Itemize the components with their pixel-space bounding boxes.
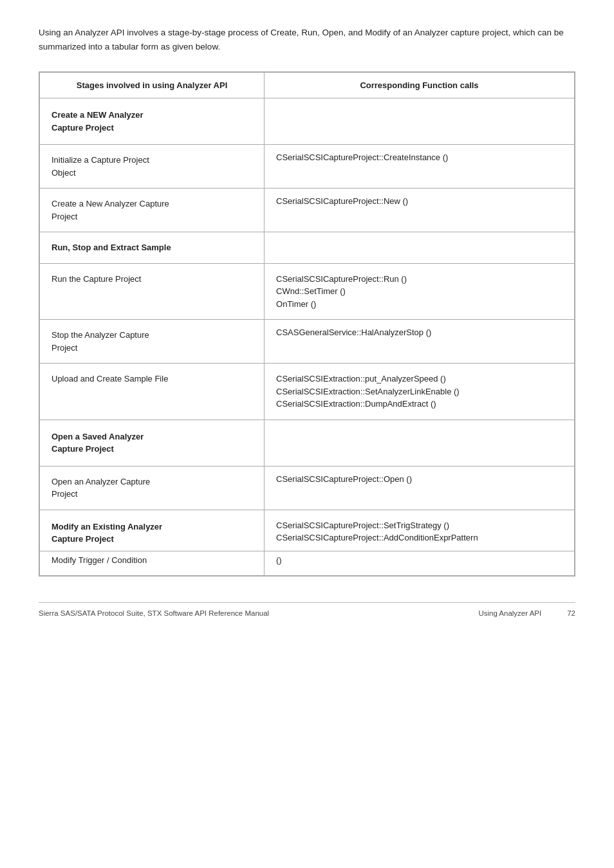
footer-page-number: 72 xyxy=(567,609,575,617)
section-open-header: Open a Saved AnalyzerCapture Project xyxy=(40,420,575,466)
col-header-func: Corresponding Function calls xyxy=(265,73,575,98)
table-row: Open an Analyzer CaptureProject CSerialS… xyxy=(40,466,575,510)
section-run-header: Run, Stop and Extract Sample xyxy=(40,232,575,264)
section-modify-header: Modify an Existing AnalyzerCapture Proje… xyxy=(40,510,575,551)
table-row: Upload and Create Sample File CSerialSCS… xyxy=(40,364,575,420)
footer-right: Using Analyzer API 72 xyxy=(478,609,575,617)
table-row: Initialize a Capture ProjectObject CSeri… xyxy=(40,145,575,189)
footer-section-label: Using Analyzer API xyxy=(478,609,541,617)
table-row: Stop the Analyzer CaptureProject CSASGen… xyxy=(40,320,575,364)
section-create-header: Create a NEW AnalyzerCapture Project xyxy=(40,98,575,145)
table-row: Modify Trigger / Condition () xyxy=(40,551,575,576)
main-table: Stages involved in using Analyzer API Co… xyxy=(39,71,575,577)
footer-left-text: Sierra SAS/SATA Protocol Suite, STX Soft… xyxy=(39,609,478,617)
col-header-stage: Stages involved in using Analyzer API xyxy=(40,73,265,98)
table-row: Create a New Analyzer CaptureProject CSe… xyxy=(40,189,575,232)
page-footer: Sierra SAS/SATA Protocol Suite, STX Soft… xyxy=(39,602,575,623)
table-row: Run the Capture Project CSerialSCSICaptu… xyxy=(40,263,575,320)
intro-paragraph: Using an Analyzer API involves a stage-b… xyxy=(39,26,575,53)
